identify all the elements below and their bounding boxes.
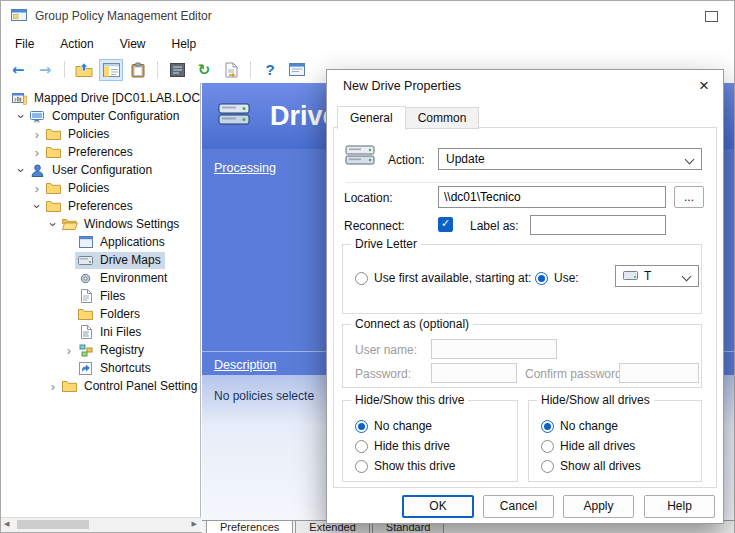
tree-item-environment[interactable]: Environment [1, 269, 200, 287]
files-icon [77, 289, 94, 303]
tree-item-policies-user[interactable]: Policies [1, 179, 200, 197]
tree-horizontal-scrollbar[interactable]: ◀ ▶ [1, 517, 201, 532]
tree-item-shortcuts[interactable]: Shortcuts [1, 359, 200, 377]
radio-icon [541, 440, 554, 453]
hide-show-this-legend: Hide/Show this drive [351, 393, 468, 408]
drive-letter-select[interactable]: T [615, 265, 699, 287]
radio-this-no-change[interactable]: No change [355, 419, 432, 433]
tree-item-computer-configuration[interactable]: Computer Configuration [1, 107, 200, 125]
tab-general[interactable]: General [337, 106, 406, 130]
tree-item-ini-files[interactable]: Ini Files [1, 323, 200, 341]
connect-as-legend: Connect as (optional) [351, 317, 473, 332]
tree-item-preferences-computer[interactable]: Preferences [1, 143, 200, 161]
help-button[interactable]: Help [644, 495, 715, 518]
console-window-icon[interactable] [285, 59, 309, 81]
close-icon[interactable] [691, 74, 717, 98]
help-icon[interactable] [258, 59, 282, 81]
new-drive-properties-dialog: New Drive Properties General Common Acti… [326, 69, 724, 524]
menu-action[interactable]: Action [60, 37, 93, 51]
radio-hide-all-drives[interactable]: Hide all drives [541, 439, 635, 453]
chevron-collapsed-icon[interactable] [63, 344, 75, 357]
title-bar: Group Policy Management Editor [1, 1, 734, 31]
tree-item-registry[interactable]: Registry [1, 341, 200, 359]
label-as-input[interactable] [530, 215, 666, 235]
scroll-left-icon[interactable]: ◀ [4, 520, 9, 528]
tree-item-files[interactable]: Files [1, 287, 200, 305]
description-link[interactable]: Description [214, 358, 277, 372]
radio-show-this-drive[interactable]: Show this drive [355, 459, 455, 473]
app-icon [11, 8, 27, 25]
reconnect-checkbox[interactable] [438, 217, 453, 232]
scroll-right-icon[interactable]: ▶ [192, 520, 197, 528]
gpo-icon [11, 92, 28, 105]
menu-help[interactable]: Help [172, 37, 197, 51]
environment-icon [77, 272, 94, 285]
scrollbar-thumb[interactable] [17, 520, 89, 529]
up-one-level-icon[interactable] [72, 59, 96, 81]
browse-button[interactable]: ... [674, 186, 704, 208]
password-label: Password: [355, 367, 411, 381]
chevron-expanded-icon[interactable] [15, 110, 28, 122]
radio-use-first-available[interactable]: Use first available, starting at: [355, 271, 531, 285]
label-as-label: Label as: [470, 219, 519, 233]
chevron-collapsed-icon[interactable] [47, 380, 59, 393]
action-select[interactable]: Update [438, 148, 702, 170]
refresh-icon[interactable] [192, 59, 216, 81]
drive-letter-group: Drive Letter Use first available, starti… [342, 244, 702, 314]
radio-icon [541, 460, 554, 473]
menu-file[interactable]: File [15, 37, 34, 51]
radio-selected-icon [355, 420, 368, 433]
tree-item-user-configuration[interactable]: User Configuration [1, 161, 200, 179]
chevron-collapsed-icon[interactable] [31, 182, 43, 195]
computer-icon [29, 110, 46, 123]
chevron-expanded-icon[interactable] [47, 218, 60, 230]
ok-button[interactable]: OK [402, 495, 474, 518]
drive-letter-value: T [644, 269, 651, 283]
folder-icon [45, 200, 62, 212]
back-icon[interactable] [6, 59, 30, 81]
processing-link[interactable]: Processing [214, 161, 276, 175]
tree-item-control-panel-settings[interactable]: Control Panel Setting [1, 377, 200, 395]
reconnect-label: Reconnect: [344, 219, 405, 233]
radio-hide-this-drive[interactable]: Hide this drive [355, 439, 450, 453]
maximize-button[interactable] [705, 11, 718, 22]
folder-icon [45, 182, 62, 194]
tree-item-applications[interactable]: Applications [1, 233, 200, 251]
chevron-collapsed-icon[interactable] [31, 146, 43, 159]
location-label: Location: [344, 191, 393, 205]
shortcuts-icon [77, 362, 94, 375]
chevron-expanded-icon[interactable] [31, 200, 44, 212]
registry-icon [77, 344, 94, 357]
export-list-icon[interactable] [219, 59, 243, 81]
tab-common[interactable]: Common [406, 107, 480, 129]
show-console-tree-icon[interactable] [99, 59, 123, 81]
cancel-button[interactable]: Cancel [483, 495, 554, 518]
confirm-password-input [619, 363, 699, 383]
menu-view[interactable]: View [120, 37, 146, 51]
hide-show-all-drives-group: Hide/Show all drives No change Hide all … [528, 400, 702, 482]
drive-icon [77, 256, 94, 265]
tree-item-policies-computer[interactable]: Policies [1, 125, 200, 143]
applications-icon [77, 236, 94, 248]
clipboard-icon[interactable] [126, 59, 150, 81]
hide-show-this-drive-group: Hide/Show this drive No change Hide this… [342, 400, 518, 482]
chevron-collapsed-icon[interactable] [31, 128, 43, 141]
location-input[interactable] [438, 186, 666, 208]
forward-icon[interactable] [33, 59, 57, 81]
radio-all-no-change[interactable]: No change [541, 419, 618, 433]
radio-use[interactable]: Use: [535, 271, 579, 285]
tree-item-windows-settings[interactable]: Windows Settings [1, 215, 200, 233]
radio-show-all-drives[interactable]: Show all drives [541, 459, 641, 473]
tree-item-folders[interactable]: Folders [1, 305, 200, 323]
tree-item-preferences-user[interactable]: Preferences [1, 197, 200, 215]
user-name-input [431, 339, 557, 359]
tree-item-mapped-drive-root[interactable]: Mapped Drive [DC01.LAB.LOCA [1, 89, 200, 107]
properties-icon[interactable] [165, 59, 189, 81]
apply-button[interactable]: Apply [563, 495, 634, 518]
chevron-down-icon [682, 272, 692, 282]
tab-preferences[interactable]: Preferences [206, 521, 293, 533]
general-tab-page: Action: Update Location: ... Reconnect: … [333, 127, 717, 488]
chevron-expanded-icon[interactable] [15, 164, 28, 176]
ini-files-icon [77, 325, 94, 339]
tree-item-drive-maps[interactable]: Drive Maps [1, 251, 200, 269]
